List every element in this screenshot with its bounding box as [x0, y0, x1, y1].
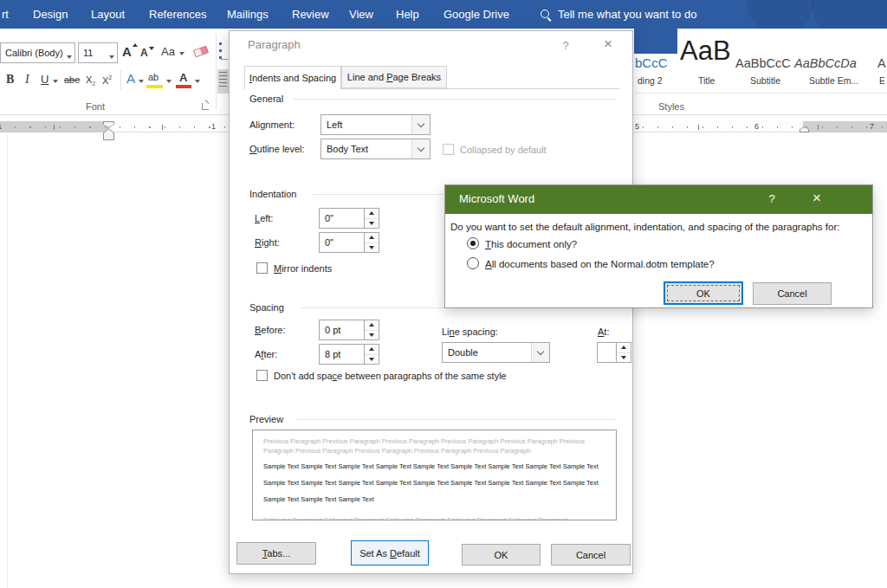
- style-heading2-label[interactable]: ding 2: [638, 75, 663, 86]
- spacing-after-spinner[interactable]: 8 pt: [319, 344, 379, 365]
- outline-level-dropdown[interactable]: Body Text: [320, 139, 431, 159]
- bold-button[interactable]: B: [6, 73, 14, 87]
- spin-up-icon[interactable]: [617, 343, 631, 353]
- microsoft-word-dialog: Microsoft Word ? × Do you want to set th…: [444, 184, 873, 308]
- strikethrough-button[interactable]: abe: [64, 74, 80, 85]
- hanging-indent-marker[interactable]: [103, 128, 114, 140]
- superscript-button[interactable]: X2: [102, 74, 112, 86]
- text-effects-button[interactable]: A: [126, 71, 135, 86]
- spin-down-icon[interactable]: [365, 355, 379, 365]
- bullet-list-icon[interactable]: [219, 42, 229, 62]
- font-size-combobox[interactable]: 11: [78, 42, 118, 63]
- font-dialog-launcher-icon[interactable]: [202, 103, 209, 110]
- preview-previous-paragraph-line: Paragraph Previous Paragraph Previous Pa…: [263, 447, 609, 455]
- align-justify-icon[interactable]: [217, 69, 229, 94]
- tab-view[interactable]: View: [349, 0, 373, 29]
- dont-add-space-label[interactable]: Don't add space between paragraphs of th…: [274, 371, 507, 381]
- chevron-down-icon[interactable]: [53, 80, 58, 83]
- chevron-down-icon[interactable]: [166, 80, 172, 83]
- style-subtle-emphasis-sample[interactable]: AaBbCcDa: [794, 56, 857, 70]
- change-case-button[interactable]: Aa: [161, 45, 175, 58]
- set-as-default-button[interactable]: Set As Default: [351, 540, 429, 565]
- spin-down-icon[interactable]: [365, 219, 379, 229]
- tab-references[interactable]: References: [149, 0, 206, 29]
- style-heading2-sample[interactable]: bCcC: [635, 55, 668, 70]
- spin-up-icon[interactable]: [365, 233, 379, 243]
- italic-button[interactable]: I: [25, 73, 29, 87]
- style-emphasis-label[interactable]: E: [879, 75, 885, 86]
- chevron-down-icon[interactable]: [195, 80, 200, 83]
- radio-this-document-only[interactable]: [467, 237, 479, 249]
- spacing-before-label: Before:: [255, 325, 285, 335]
- spin-up-icon[interactable]: [365, 320, 379, 331]
- spin-up-icon[interactable]: [365, 209, 379, 219]
- line-spacing-at-spinner[interactable]: [597, 342, 631, 363]
- indentation-section-header: Indentation: [249, 189, 296, 199]
- radio-this-document-only-label[interactable]: This document only?: [485, 239, 577, 249]
- chevron-down-icon: [109, 55, 114, 59]
- tab-review[interactable]: Review: [292, 0, 329, 29]
- group-divider: [120, 70, 121, 91]
- document-page-edge: [7, 135, 8, 588]
- chevron-down-icon[interactable]: [531, 343, 549, 362]
- first-line-indent-marker[interactable]: [103, 121, 114, 128]
- indent-right-spinner[interactable]: 0": [319, 232, 379, 253]
- tell-me-search-input[interactable]: Tell me what you want to do: [558, 0, 696, 29]
- spin-up-icon[interactable]: [365, 345, 379, 355]
- clear-formatting-button[interactable]: [193, 46, 209, 58]
- close-icon[interactable]: ×: [600, 36, 616, 53]
- word-application-window: rt Design Layout References Mailings Rev…: [0, 0, 887, 588]
- mirror-indents-label[interactable]: Mirror indents: [274, 263, 332, 274]
- chevron-down-icon[interactable]: [411, 139, 430, 158]
- chevron-down-icon[interactable]: [411, 115, 430, 134]
- style-title-label[interactable]: Title: [698, 75, 715, 86]
- spin-down-icon[interactable]: [365, 331, 379, 340]
- tab-insert-partial[interactable]: rt: [2, 0, 9, 29]
- radio-all-documents-label[interactable]: All documents based on the Normal.dotm t…: [485, 259, 715, 269]
- close-icon[interactable]: ×: [809, 190, 825, 207]
- right-indent-marker[interactable]: [800, 126, 809, 132]
- tab-indents-and-spacing[interactable]: Indents and Spacing: [244, 66, 341, 89]
- underline-button[interactable]: U: [41, 73, 49, 86]
- mirror-indents-checkbox[interactable]: [256, 262, 268, 274]
- dont-add-space-checkbox[interactable]: [256, 370, 268, 381]
- tabs-button[interactable]: Tabs...: [236, 542, 316, 565]
- radio-all-documents[interactable]: [467, 257, 479, 269]
- styles-group-label: Styles: [658, 101, 684, 112]
- help-icon[interactable]: ?: [765, 192, 779, 205]
- shrink-font-button[interactable]: A: [140, 47, 148, 59]
- ruler-mid-tick: [698, 125, 699, 130]
- search-icon[interactable]: [541, 10, 549, 18]
- style-subtitle-label[interactable]: Subtitle: [750, 75, 780, 86]
- style-subtle-emphasis-label[interactable]: Subtle Em...: [809, 75, 858, 86]
- font-name-combobox[interactable]: Calibri (Body): [0, 42, 75, 63]
- cancel-button[interactable]: Cancel: [753, 282, 832, 305]
- line-spacing-dropdown[interactable]: Double: [442, 342, 550, 363]
- chevron-down-icon[interactable]: [179, 52, 185, 55]
- text-highlight-button[interactable]: ab: [148, 72, 159, 82]
- spin-down-icon[interactable]: [617, 353, 631, 363]
- alignment-dropdown[interactable]: Left: [320, 114, 431, 135]
- spacing-before-spinner[interactable]: 0 pt: [319, 320, 379, 340]
- tab-line-and-page-breaks[interactable]: Line and Page Breaks: [341, 66, 447, 88]
- style-emphasis-sample[interactable]: A: [877, 56, 886, 70]
- cancel-button[interactable]: Cancel: [551, 544, 631, 565]
- spin-down-icon[interactable]: [365, 243, 379, 253]
- tab-design[interactable]: Design: [33, 0, 68, 29]
- ok-button[interactable]: OK: [462, 544, 541, 565]
- ok-button[interactable]: OK: [664, 281, 743, 305]
- style-subtitle-sample[interactable]: AaBbCcC: [735, 56, 791, 70]
- tab-layout[interactable]: Layout: [91, 0, 125, 29]
- tab-mailings[interactable]: Mailings: [227, 0, 269, 29]
- line-spacing-label: Line spacing:: [442, 326, 498, 337]
- dialog-titlebar[interactable]: Microsoft Word ? ×: [445, 185, 872, 214]
- help-icon[interactable]: ?: [559, 39, 573, 52]
- style-title-sample[interactable]: AaB: [680, 36, 731, 67]
- font-color-button[interactable]: A: [179, 71, 187, 84]
- subscript-button[interactable]: X2: [86, 74, 95, 87]
- indent-left-spinner[interactable]: 0": [319, 208, 379, 229]
- tab-google-drive[interactable]: Google Drive: [444, 0, 509, 29]
- chevron-down-icon[interactable]: [139, 80, 144, 83]
- grow-font-button[interactable]: A: [122, 44, 132, 59]
- tab-help[interactable]: Help: [396, 0, 419, 29]
